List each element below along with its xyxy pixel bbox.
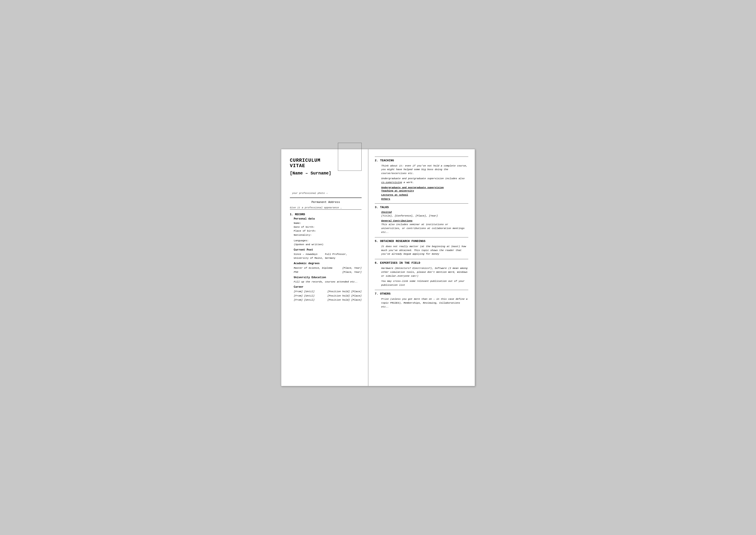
expertises-note2: You may cross-link some relevant publica…	[375, 279, 468, 287]
pob-field: Place of birth:	[290, 229, 362, 233]
nowadays-label: nowadays	[306, 253, 317, 256]
languages-label: Languages:	[290, 239, 362, 242]
divider-top	[290, 198, 362, 198]
career1-left: [From] [Until]	[294, 289, 315, 294]
teaching-note1: Think about it: even if you've not hold …	[375, 164, 468, 175]
personal-data-title: Personal data	[290, 217, 362, 220]
section3-title: 3. TALKS	[375, 206, 468, 209]
section1-title: 1. RECORD	[290, 213, 362, 216]
section5-title: 5. OBTAINED RESEARCH FUNDINGS	[375, 239, 468, 243]
photo-label: your professional photo →	[290, 192, 362, 194]
degree2-row: PhD [Place, Year]	[290, 270, 362, 274]
degree2-right: [Place, Year]	[342, 270, 362, 274]
teaching-sub2: Teaching at university	[375, 189, 468, 192]
current-post-title: Current Post	[290, 248, 362, 251]
languages-value: (Spoken and written)	[290, 242, 362, 246]
career-row-1: [From] [Until] [Position hold] [Place]	[290, 289, 362, 294]
career-row-2: [From] [Until] [Position hold] [Place]	[290, 294, 362, 298]
teaching-sub4: Others	[375, 198, 468, 200]
career-title: Career	[290, 286, 362, 289]
general-note: This also includes seminar at institutio…	[375, 223, 468, 234]
photo-box	[338, 143, 362, 171]
professional-note: Give it a professional appearance …	[290, 206, 342, 209]
degree2-left: PhD	[294, 270, 342, 274]
left-column: CURRICULUM VITAE [Name – Surname] your p…	[281, 149, 368, 386]
dob-field: Date of birth:	[290, 225, 362, 229]
university-ed-note: Fill up the records, courses attended et…	[290, 280, 362, 284]
teaching-sub1: Undergraduate and postgraduate supervisi…	[375, 186, 468, 189]
name-field: Name:	[290, 221, 362, 225]
others-note: Prize (unless you got more than on – in …	[375, 297, 468, 309]
career3-right: [Position hold] [Place]	[315, 298, 362, 302]
divider-r2	[375, 203, 468, 204]
career2-right: [Position hold] [Place]	[315, 294, 362, 298]
teaching-sub3: Lectures at school	[375, 193, 468, 196]
permanent-address: Permanent Address	[290, 201, 362, 204]
invited-value: [Title], [Conference], [Place], [Year]	[375, 214, 468, 218]
fundings-note: It does not really matter (at the beginn…	[375, 244, 468, 256]
note-underline	[290, 210, 362, 210]
divider-r1	[375, 156, 468, 157]
academic-degrees-title: Academic degrees	[290, 262, 362, 265]
general-label: General Contributions	[375, 219, 468, 222]
section6-title: 6. EXPERTISES IN THE FIELD	[375, 261, 468, 265]
right-column: 2. TEACHING Think about it: even if you'…	[368, 149, 475, 386]
section2-title: 2. TEACHING	[375, 159, 468, 162]
co-supervising-link: co-supervising	[381, 181, 402, 184]
current-post-row: Since – nowadays Full Professor, Univers…	[290, 252, 362, 260]
university-ed-title: University Education	[290, 276, 362, 279]
invited-label: Invited	[375, 211, 468, 213]
degree1-row: Master of Science, Diploma [Place, Year]	[290, 266, 362, 270]
nationality-field: Nationality:	[290, 233, 362, 237]
teaching-note2: Undergraduate and postgraduate supervisi…	[375, 177, 468, 184]
career1-right: [Position hold] [Place]	[315, 289, 362, 294]
career2-left: [From] [Until]	[294, 294, 315, 298]
degree1-left: Master of Science, Diploma	[294, 266, 342, 270]
degree1-right: [Place, Year]	[342, 266, 362, 270]
divider-r3	[375, 237, 468, 238]
career3-left: [From] [Until]	[294, 298, 315, 302]
cv-name: [Name – Surname]	[290, 171, 362, 176]
expertises-note1: Hardware (Detectors? Electronics?), Soft…	[375, 266, 468, 278]
teaching-note1-text: Think about it: even if you've not hold …	[381, 164, 468, 175]
since-label: Since –	[294, 253, 306, 256]
section7-title: 7. OTHERS	[375, 292, 468, 296]
career-row-3: [From] [Until] [Position hold] [Place]	[290, 298, 362, 302]
divider-r4	[375, 259, 468, 259]
cv-page: CURRICULUM VITAE [Name – Surname] your p…	[281, 149, 475, 386]
